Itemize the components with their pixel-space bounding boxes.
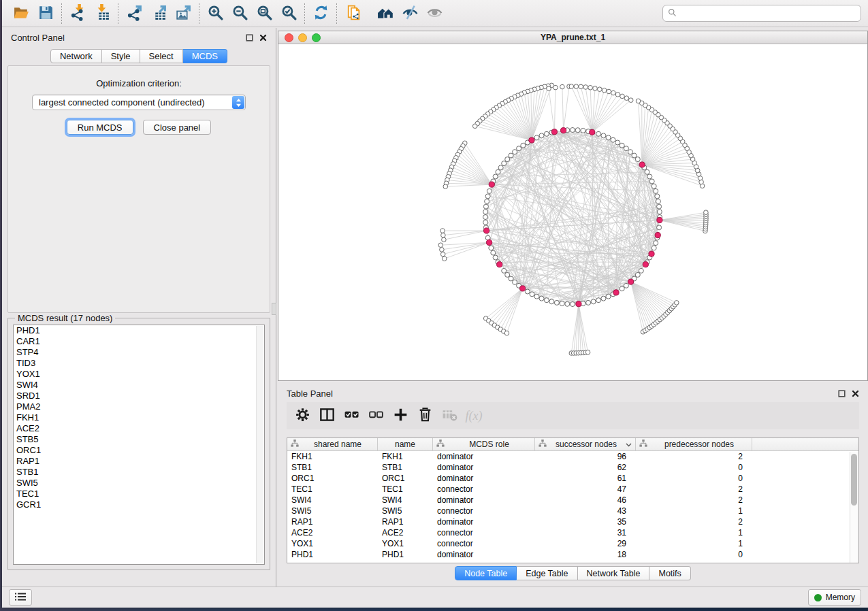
cell-name: STB1	[378, 463, 433, 472]
cell-successor-nodes: 31	[535, 528, 636, 538]
table-panel: Table Panel f(x) shared namenameMCDS rol…	[278, 384, 868, 587]
table-panel-title: Table Panel	[287, 389, 333, 399]
cell-name: YOX1	[378, 539, 433, 548]
mcds-result-item[interactable]: PHD1	[14, 325, 264, 336]
cell-name: TEC1	[378, 484, 433, 494]
column-header-shared-name[interactable]: shared name	[287, 438, 378, 450]
result-list-scroll-track[interactable]	[256, 326, 263, 563]
select-all-columns-button[interactable]	[341, 406, 361, 426]
minimize-window-icon[interactable]	[298, 33, 307, 42]
mcds-result-item[interactable]: STP4	[14, 347, 264, 358]
zoom-selected-button[interactable]	[276, 1, 301, 26]
close-panel-icon[interactable]	[259, 34, 267, 42]
mcds-result-item[interactable]: STB5	[14, 434, 264, 445]
network-window-titlebar[interactable]: YPA_prune.txt_1	[278, 31, 867, 44]
close-panel-button[interactable]: Close panel	[143, 120, 212, 135]
column-header-MCDS-role[interactable]: MCDS role	[433, 438, 535, 450]
table-scrollbar[interactable]	[850, 452, 858, 563]
close-window-icon[interactable]	[285, 33, 293, 42]
mcds-result-item[interactable]: ORC1	[14, 445, 264, 456]
run-mcds-button[interactable]: Run MCDS	[67, 120, 133, 135]
table-row[interactable]: SWI5SWI5connector431	[287, 506, 858, 516]
table-settings-gear-button[interactable]	[292, 406, 312, 426]
show-column-panel-button[interactable]	[317, 406, 337, 426]
open-file-button[interactable]	[9, 1, 33, 26]
table-tabs: Node TableEdge TableNetwork TableMotifs	[278, 566, 868, 580]
table-row[interactable]: SWI4SWI4dominator462	[287, 495, 858, 506]
export-image-button[interactable]	[171, 1, 195, 26]
tab-network-table[interactable]: Network Table	[578, 566, 650, 580]
zoom-in-button[interactable]	[203, 1, 227, 26]
search-box[interactable]	[662, 5, 861, 22]
first-neighbors-button[interactable]	[373, 1, 398, 26]
maximize-window-icon[interactable]	[312, 33, 321, 42]
table-toolbar: f(x)	[287, 402, 859, 429]
scrollbar-thumb[interactable]	[851, 454, 857, 506]
tab-select[interactable]: Select	[140, 49, 183, 63]
mcds-result-list[interactable]: PHD1CAR1STP4TID3YOX1SWI4SRD1PMA2FKH1ACE2…	[13, 325, 265, 565]
zoom-fit-button[interactable]	[252, 1, 276, 26]
network-canvas[interactable]	[278, 45, 867, 380]
mcds-result-item[interactable]: FKH1	[14, 412, 264, 423]
table-row[interactable]: PHD1PHD1dominator180	[287, 549, 858, 560]
search-input[interactable]	[680, 9, 856, 18]
unselect-all-columns-button[interactable]	[366, 406, 386, 426]
export-network-button[interactable]	[122, 1, 146, 26]
refresh-layout-button[interactable]	[308, 1, 333, 26]
panel-splitter-handle[interactable]	[272, 303, 276, 315]
tab-motifs[interactable]: Motifs	[649, 566, 690, 580]
tab-network[interactable]: Network	[50, 49, 102, 63]
mcds-result-item[interactable]: YOX1	[14, 369, 264, 380]
mcds-result-item[interactable]: RAP1	[14, 456, 264, 467]
export-table-button[interactable]	[146, 1, 171, 26]
column-header-predecessor-nodes[interactable]: predecessor nodes	[636, 438, 752, 450]
tab-node-table[interactable]: Node Table	[455, 566, 517, 580]
memory-button[interactable]: Memory	[808, 589, 861, 606]
table-row[interactable]: TEC1TEC1connector472	[287, 484, 858, 495]
column-header-successor-nodes[interactable]: successor nodes	[535, 438, 636, 450]
save-session-button[interactable]	[33, 1, 58, 26]
table-row[interactable]: FKH1FKH1dominator962	[287, 451, 858, 462]
table-row[interactable]: ORC1ORC1dominator610	[287, 473, 858, 484]
table-row[interactable]: YOX1YOX1connector291	[287, 538, 858, 549]
hide-graphics-details-button[interactable]	[398, 1, 422, 26]
tab-edge-table[interactable]: Edge Table	[517, 566, 577, 580]
mcds-result-item[interactable]: GCR1	[14, 499, 264, 510]
column-header-name[interactable]: name	[378, 438, 433, 450]
clone-network-button[interactable]	[340, 1, 365, 26]
main-toolbar	[2, 0, 868, 27]
close-table-panel-icon[interactable]	[852, 390, 859, 397]
add-column-button[interactable]	[390, 406, 411, 426]
table-row[interactable]: STB1STB1dominator620	[287, 462, 858, 473]
show-graphics-details-button[interactable]	[422, 1, 447, 26]
delete-columns-button[interactable]	[415, 406, 435, 426]
cell-MCDS-role: dominator	[433, 474, 535, 483]
mcds-result-item[interactable]: SWI5	[14, 478, 264, 489]
tab-style[interactable]: Style	[102, 49, 140, 63]
float-table-panel-icon[interactable]	[838, 390, 846, 397]
mcds-result-item[interactable]: CAR1	[14, 336, 264, 347]
node-table: shared namenameMCDS rolesuccessor nodesp…	[287, 437, 859, 563]
network-graph[interactable]	[278, 45, 867, 380]
import-network-button[interactable]	[65, 1, 90, 26]
right-area: YPA_prune.txt_1 Table Panel f(x) shared …	[277, 28, 868, 587]
select-stepper-icon	[232, 96, 244, 109]
import-table-button[interactable]	[90, 1, 114, 26]
optimization-criterion-select[interactable]: largest connected component (undirected)	[32, 95, 246, 110]
mcds-result-item[interactable]: PMA2	[14, 401, 264, 412]
float-panel-icon[interactable]	[246, 34, 253, 42]
tab-mcds[interactable]: MCDS	[183, 49, 227, 63]
mcds-result-item[interactable]: ACE2	[14, 423, 264, 434]
mcds-result-item[interactable]: TEC1	[14, 489, 264, 499]
cell-shared-name: TEC1	[287, 484, 378, 494]
mcds-result-item[interactable]: TID3	[14, 358, 264, 369]
table-row[interactable]: RAP1RAP1dominator352	[287, 516, 858, 527]
mcds-result-item[interactable]: SWI4	[14, 380, 264, 391]
mcds-result-item[interactable]: SRD1	[14, 391, 264, 401]
mcds-result-group: MCDS result (17 nodes) PHD1CAR1STP4TID3Y…	[7, 318, 270, 570]
mcds-result-item[interactable]: STB1	[14, 467, 264, 478]
show-panels-list-button[interactable]	[9, 589, 32, 606]
zoom-out-button[interactable]	[227, 1, 252, 26]
table-row[interactable]: ACE2ACE2connector311	[287, 527, 858, 538]
cell-predecessor-nodes: 1	[636, 528, 752, 538]
